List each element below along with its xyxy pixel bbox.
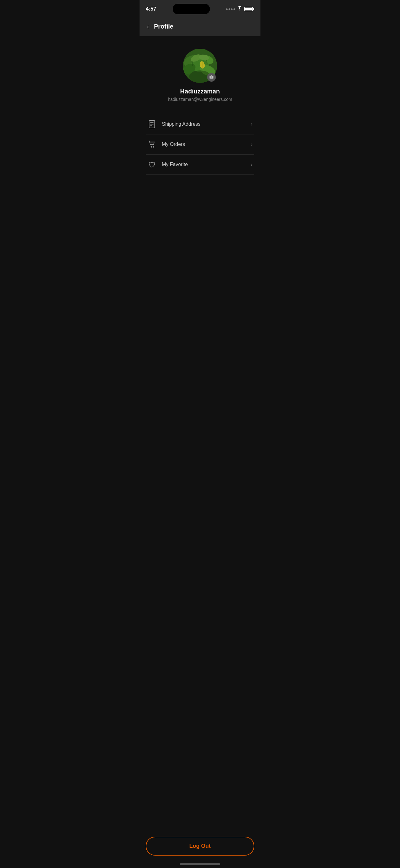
status-bar: 4:57: [139, 0, 261, 17]
menu-item-label: My Orders: [162, 142, 185, 147]
chevron-right-icon: ›: [251, 142, 253, 147]
status-indicators: [226, 6, 254, 12]
page-title: Profile: [154, 23, 173, 30]
profile-name: Hadiuzzaman: [180, 88, 220, 95]
menu-item-shipping-address[interactable]: Shipping Address ›: [146, 114, 254, 134]
menu-item-left: My Orders: [147, 140, 185, 149]
camera-icon: [209, 75, 214, 80]
dynamic-island: [173, 4, 210, 14]
signal-icon: [226, 8, 235, 10]
profile-section: Hadiuzzaman hadiuzzaman@w3engineers.com: [146, 49, 254, 102]
back-button[interactable]: ‹: [146, 22, 151, 31]
menu-item-left: My Favorite: [147, 160, 188, 169]
menu-list: Shipping Address › My Orders ›: [146, 114, 254, 175]
document-icon: [147, 120, 156, 128]
heart-icon: [147, 160, 156, 169]
cart-icon: [147, 140, 156, 149]
profile-email: hadiuzzaman@w3engineers.com: [168, 97, 232, 102]
header: ‹ Profile: [139, 17, 261, 36]
main-content: Hadiuzzaman hadiuzzaman@w3engineers.com …: [139, 36, 261, 181]
svg-point-19: [153, 147, 154, 148]
menu-item-label: Shipping Address: [162, 121, 201, 127]
menu-item-my-favorite[interactable]: My Favorite ›: [146, 155, 254, 175]
wifi-icon: [237, 6, 242, 12]
menu-item-my-orders[interactable]: My Orders ›: [146, 134, 254, 155]
menu-item-label: My Favorite: [162, 162, 188, 167]
menu-item-left: Shipping Address: [147, 120, 201, 128]
battery-icon: [244, 7, 254, 11]
avatar-container: [183, 49, 217, 83]
status-time: 4:57: [146, 6, 156, 12]
chevron-right-icon: ›: [251, 121, 253, 127]
chevron-right-icon: ›: [251, 162, 253, 167]
camera-button[interactable]: [207, 73, 216, 82]
svg-point-18: [151, 147, 152, 148]
